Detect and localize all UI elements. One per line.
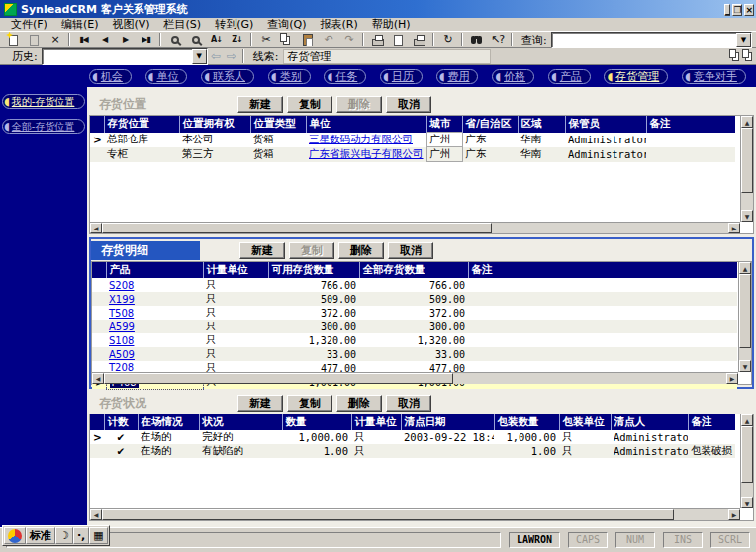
find-icon[interactable] — [164, 32, 185, 47]
horizontal-scrollbar[interactable]: ◀ ▶ — [90, 222, 740, 233]
sort-ascending-icon[interactable]: A↓ — [206, 32, 227, 47]
find-record-icon[interactable] — [185, 32, 206, 47]
tab-item[interactable]: ◖竞争对手 — [682, 69, 746, 84]
menu-item[interactable]: 栏目(S) — [157, 17, 209, 32]
menu-item[interactable]: 编辑(E) — [54, 17, 106, 32]
scroll-down-icon[interactable]: ▼ — [741, 210, 753, 222]
cell-link[interactable]: A509 — [109, 349, 135, 360]
column-header[interactable]: 计量单位 — [203, 262, 268, 278]
scrollbar-thumb[interactable] — [741, 426, 753, 483]
tab-item[interactable]: ◖联系人 — [201, 69, 254, 84]
horizontal-scrollbar[interactable]: ◀ ▶ — [92, 372, 738, 384]
table-row[interactable]: X199只509.00509.00 — [92, 292, 737, 306]
column-header[interactable]: 位置拥有权 — [179, 116, 250, 133]
table-row[interactable]: A599只300.00300.00 — [92, 320, 737, 333]
history-combo-value[interactable] — [43, 49, 192, 64]
scroll-right-icon[interactable]: ▶ — [728, 509, 740, 520]
restore-button[interactable]: ❐ — [732, 4, 742, 16]
ime-logo-icon[interactable] — [4, 527, 26, 544]
column-header[interactable]: 备注 — [646, 116, 735, 133]
print-export-icon[interactable] — [388, 32, 409, 47]
cell-link[interactable]: S208 — [109, 280, 134, 291]
取消-button[interactable]: 取消 — [386, 395, 431, 412]
paste-icon[interactable] — [297, 32, 318, 47]
view-grid-icon[interactable] — [729, 49, 736, 58]
minimize-button[interactable]: _ — [724, 4, 731, 16]
column-header[interactable]: 保管员 — [565, 116, 646, 133]
column-header[interactable]: 单位 — [306, 116, 426, 133]
table-row[interactable]: >总部仓库本公司货箱三星数码动力有限公司广州广东华南Administrator — [90, 133, 735, 147]
删除-button[interactable]: 删除 — [338, 242, 384, 259]
column-header[interactable]: 计量单位 — [351, 414, 401, 430]
tab-item[interactable]: ◖费用 — [436, 69, 479, 84]
copy-icon[interactable] — [276, 32, 297, 47]
sidebar-item[interactable]: ◖我的-存货位置 — [2, 94, 85, 109]
table-row[interactable]: >✔在场的完好的1,000.00只2003-09-22 18:471,000.0… — [90, 430, 735, 444]
cell-link[interactable]: 三星数码动力有限公司 — [309, 133, 413, 144]
new-record-icon[interactable] — [3, 32, 24, 47]
next-record-icon[interactable]: ▶ — [115, 32, 136, 47]
refresh-icon[interactable]: ↻ — [437, 32, 458, 47]
cell-link[interactable]: A599 — [109, 322, 135, 332]
复制-button[interactable]: 复制 — [287, 96, 332, 113]
table-row[interactable]: ✔在场的有缺陷的1.00只1.00只Administrator包装破损 — [90, 444, 735, 458]
print-preview-icon[interactable] — [409, 32, 429, 47]
query-combo[interactable]: ▼ — [551, 32, 752, 48]
取消-button[interactable]: 取消 — [388, 242, 433, 259]
column-header[interactable]: 包装单位 — [559, 414, 611, 430]
tab-item[interactable]: ◖机会 — [89, 69, 132, 84]
delete-record-icon[interactable]: × — [45, 32, 65, 47]
menu-item[interactable]: 文件(F) — [4, 17, 54, 32]
scroll-left-icon[interactable]: ◀ — [92, 373, 104, 384]
close-button[interactable]: × — [744, 4, 754, 16]
column-header[interactable]: 在场情况 — [138, 414, 199, 430]
sort-descending-icon[interactable]: Z↓ — [227, 32, 247, 47]
prev-record-icon[interactable]: ◀ — [94, 32, 115, 47]
scroll-up-icon[interactable]: ▲ — [741, 116, 753, 128]
scroll-right-icon[interactable]: ▶ — [726, 373, 738, 384]
menu-item[interactable]: 帮助(H) — [365, 17, 418, 32]
cell-link[interactable]: T508 — [109, 308, 134, 319]
column-header[interactable]: 备注 — [468, 262, 737, 278]
view-card-icon[interactable] — [742, 49, 749, 58]
新建-button[interactable]: 新建 — [239, 242, 285, 259]
column-header[interactable]: 状况 — [199, 414, 282, 430]
dropdown-arrow-icon[interactable]: ▼ — [192, 49, 207, 64]
取消-button[interactable]: 取消 — [386, 96, 431, 113]
dropdown-arrow-icon[interactable]: ▼ — [736, 33, 751, 47]
menu-item[interactable]: 查询(Q) — [260, 17, 313, 32]
scroll-down-icon[interactable]: ▼ — [741, 497, 753, 508]
column-header[interactable]: 存货位置 — [104, 116, 179, 133]
vertical-scrollbar[interactable]: ▲ ▼ — [740, 116, 753, 222]
column-header[interactable]: 包装数量 — [494, 414, 559, 430]
ime-punctuation-icon[interactable]: ·, — [73, 527, 89, 544]
column-header[interactable]: 数量 — [282, 414, 351, 430]
scrollbar-thumb[interactable] — [104, 373, 453, 384]
table-row[interactable]: S108只1,320.001,320.00 — [92, 333, 737, 347]
query-combo-value[interactable] — [552, 33, 736, 47]
cell-link[interactable]: 广东省振兴电子有限公司 — [309, 147, 424, 159]
column-header[interactable]: 计数 — [104, 414, 138, 430]
ime-mode-button[interactable]: 标准 — [26, 527, 55, 544]
column-header[interactable]: 产品 — [106, 262, 203, 278]
column-header[interactable]: 城市 — [426, 116, 462, 133]
table-row[interactable]: 专柜第三方货箱广东省振兴电子有限公司广州广东华南Administrator — [90, 147, 735, 162]
复制-button[interactable]: 复制 — [287, 395, 332, 412]
cut-icon[interactable]: ✂ — [255, 32, 276, 47]
column-header[interactable]: 省/自治区 — [462, 116, 518, 133]
scroll-right-icon[interactable]: ▶ — [728, 223, 740, 233]
tab-active[interactable]: ◖存货管理 — [604, 69, 668, 84]
新建-button[interactable]: 新建 — [237, 395, 283, 412]
scroll-left-icon[interactable]: ◀ — [90, 223, 102, 233]
ime-halfwidth-icon[interactable]: ☽ — [55, 527, 73, 544]
forward-icon[interactable]: ⇨ — [227, 49, 236, 63]
scrollbar-thumb[interactable] — [102, 223, 492, 233]
menu-item[interactable]: 报表(R) — [314, 17, 365, 32]
tab-item[interactable]: ◖产品 — [548, 69, 591, 84]
scroll-down-icon[interactable]: ▼ — [739, 360, 751, 372]
删除-button[interactable]: 删除 — [336, 395, 382, 412]
table-row[interactable]: A509只33.0033.00 — [92, 347, 737, 361]
column-header[interactable]: 清点日期 — [401, 414, 494, 430]
first-record-icon[interactable]: ▮◀ — [73, 32, 94, 47]
scrollbar-thumb[interactable] — [741, 128, 753, 193]
